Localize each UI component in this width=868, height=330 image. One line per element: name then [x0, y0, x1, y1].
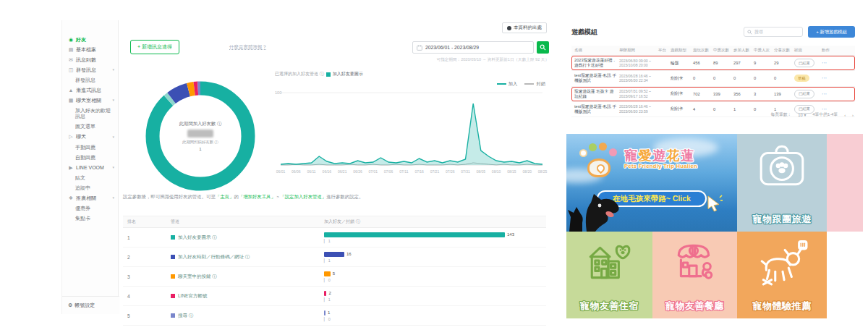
date-range-input[interactable]: 2023/06/01 - 2023/08/29 [412, 41, 534, 54]
friends-trend-chart: 加入封鎖 10006/0106/0606/1106/1606/2106/2607… [275, 78, 548, 188]
data-source-badge[interactable]: 本資料的出處 [502, 22, 547, 33]
sidebar-item-群發訊息[interactable]: ◫群發訊息▾ [62, 65, 118, 75]
sidebar-item-圖文選單[interactable]: 圖文選單 [62, 122, 118, 132]
sidebar-item-自動回應[interactable]: 自動回應 [62, 153, 118, 163]
svg-text:07/31: 07/31 [461, 169, 470, 174]
tile-pet-restaurant[interactable]: 寵物友善餐廳 [652, 232, 737, 318]
hero-tile[interactable]: 寵愛遊花蓮 Pets Friendly Trip Hualien 在地毛孩來帶路… [566, 134, 737, 232]
sidebar-item-LINE VOOM[interactable]: ▶LINE VOOM▾ [62, 163, 118, 173]
share-count: 139 [774, 92, 794, 96]
info-dot-icon [507, 26, 511, 30]
games-table-header: 名稱舉辦期間平台遊戲類型遊玩次數中獎次數參加人數中獎人次分享次數狀態動作 [571, 46, 855, 56]
channel-bar [324, 252, 344, 257]
sidebar-item-推廣相關[interactable]: ❖推廣相關▾ [62, 193, 118, 203]
tile-pet-hotel[interactable]: 寵物友善住宿 [566, 232, 652, 318]
sidebar-item-label: 手動回應 [75, 145, 95, 151]
range-label: 4筆中的1-4筆 [812, 111, 838, 118]
sidebar-item-基本檔案[interactable]: ▤基本檔案 [62, 45, 118, 55]
help-link[interactable]: 什麼是實體海報？ [229, 44, 267, 51]
home-link[interactable]: 「主頁」 [216, 194, 234, 199]
sidebar-item-label: 加入好友的歡迎訊息 [75, 108, 115, 119]
tile-pet-activity[interactable]: 寵物體驗推薦 [737, 232, 827, 318]
sidebar-item-訊息則數[interactable]: ✉訊息則數 [62, 55, 118, 65]
hero-title-char: 遊 [652, 147, 667, 164]
svg-text:08/10: 08/10 [492, 169, 501, 174]
steps-icon: ▲ [68, 88, 74, 93]
next-page-button[interactable]: › [852, 113, 854, 117]
channel-label[interactable]: 聊天室中的按鍵 ⓘ [178, 274, 217, 280]
gear-icon: ⚙ [68, 302, 72, 308]
winner-count: 3 [754, 92, 774, 96]
sidebar-footer-settings[interactable]: ⚙ 帳號設定 [62, 296, 119, 314]
sidebar-item-聊天[interactable]: ▷聊天▾ [62, 132, 118, 142]
svg-text:06/01: 06/01 [276, 169, 286, 174]
game-type: 刮刮卡 [671, 106, 693, 112]
gain-friends-tool-link[interactable]: 「增加好友工具」 [239, 194, 276, 199]
win-count: 89 [713, 61, 733, 65]
donut-blocked-label: 此期間封鎖好友數 ⓘ [182, 140, 218, 145]
player-count: 1 [733, 107, 754, 111]
tile-group-travel[interactable]: 寵物跟團旅遊 [737, 134, 827, 232]
mail-icon: ✉ [68, 57, 74, 63]
prev-page-button[interactable]: ‹ [844, 113, 846, 117]
sidebar-item-集點卡[interactable]: 集點卡 [62, 213, 118, 224]
share-count: 1 [774, 107, 794, 111]
channel-label[interactable]: LINE官方帳號 [178, 293, 207, 300]
svg-text:06/06: 06/06 [292, 169, 301, 174]
search-icon [540, 44, 546, 51]
game-name: test寵愛遊花蓮-私訊 手機版測試 [574, 73, 619, 83]
add-game-button[interactable]: + 新增遊戲模組 [808, 26, 855, 38]
sidebar: ◉好友▤基本檔案✉訊息則數◫群發訊息▾群發訊息▲漸進式訊息▦聊天室相關▾加入好友… [61, 20, 119, 314]
status-cell: 已結束 [794, 90, 822, 98]
sidebar-item-好友[interactable]: ◉好友 [62, 35, 118, 45]
tile-label: 寵物友善住宿 [566, 300, 652, 313]
dogs-photo [566, 184, 653, 232]
new-channel-button[interactable]: + 新增訊息途徑 [130, 40, 179, 54]
row-actions-button[interactable]: ⋯ [822, 91, 852, 97]
sidebar-item-label: 貼文 [75, 175, 85, 181]
game-name: test寵愛遊花蓮-私訊 手機版測試 [574, 104, 619, 114]
svg-text:08/25: 08/25 [538, 169, 548, 174]
sidebar-item-label: 集點卡 [75, 216, 90, 221]
per-page-select[interactable]: 10 ▾ [798, 113, 806, 117]
row-actions-button[interactable]: ⋯ [822, 60, 852, 66]
game-row[interactable]: 寵愛遊花蓮 毛孩卡 遊玩紀錄2023/07/31 09:52 ~ 2023/09… [571, 87, 855, 102]
sidebar-item-漸進式訊息[interactable]: ▲漸進式訊息 [62, 85, 118, 96]
sidebar-item-label: 群發訊息 [75, 77, 95, 83]
sidebar-item-貼文[interactable]: 貼文 [62, 173, 118, 183]
person-icon: ◉ [68, 37, 74, 43]
donut-title: 此期間加入好友數 ⓘ [179, 121, 221, 127]
sidebar-item-label: 追蹤中 [75, 185, 90, 191]
hero-title: 寵愛遊花蓮 [624, 147, 695, 164]
svg-text:06/26: 06/26 [353, 169, 362, 174]
svg-text:07/11: 07/11 [399, 169, 408, 174]
games-search-input[interactable]: 搜尋 [744, 27, 803, 37]
game-row[interactable]: test寵愛遊花蓮-私訊 手機版測試2023/06/28 16:46 ~ 202… [571, 71, 855, 86]
column-header: 參加人數 [733, 48, 754, 53]
sidebar-item-群發訊息[interactable]: 群發訊息 [62, 75, 118, 85]
admin-main: 本資料的出處 + 新增訊息途徑 什麼是實體海報？ 2023/06/01 - 20… [119, 20, 551, 314]
sidebar-item-追蹤中[interactable]: 追蹤中 [62, 183, 118, 193]
game-row[interactable]: 2023寵愛遊花蓮好禮．遊戲打卡送好禮2023/06/30 09:00 ~ 20… [571, 56, 855, 71]
sidebar-item-聊天室相關[interactable]: ▦聊天室相關▾ [62, 96, 118, 106]
set-channel-link[interactable]: 「設定加入好友管道」 [280, 194, 326, 199]
calendar-icon [417, 45, 422, 51]
date-search-button[interactable] [537, 41, 549, 54]
sidebar-item-優惠券[interactable]: 優惠券 [62, 203, 118, 213]
broadcast-icon: ◫ [68, 67, 74, 73]
svg-text:100: 100 [275, 90, 281, 95]
channel-label[interactable]: 搜尋 ⓘ [178, 313, 193, 319]
status-badge: 已結束 [794, 59, 814, 67]
donut-blocked-value: 1 [199, 147, 201, 151]
promo-icon: ❖ [68, 195, 74, 201]
per-page-label: 每頁筆數： [770, 111, 791, 118]
sidebar-item-加入好友的歡迎訊息[interactable]: 加入好友的歡迎訊息 [62, 106, 118, 122]
channel-label[interactable]: 加入好友時刻／行動條碼／網址 ⓘ [178, 254, 250, 261]
channel-label[interactable]: 加入好友要圖示 ⓘ [178, 234, 217, 241]
hero-title-char: 寵 [624, 147, 639, 164]
row-actions-button[interactable]: ⋯ [822, 75, 852, 81]
sidebar-item-手動回應[interactable]: 手動回應 [62, 143, 118, 153]
friend-source-donut-chart: 此期間加入好友數 ⓘ 此期間封鎖好友數 ⓘ 1 [142, 78, 258, 194]
svg-text:07/01: 07/01 [369, 169, 378, 174]
winner-count: 0 [754, 76, 774, 80]
